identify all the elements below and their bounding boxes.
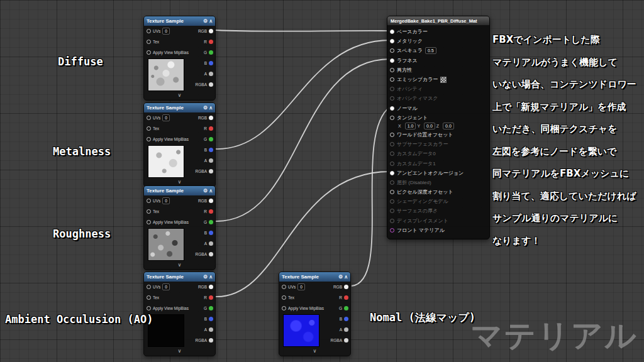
texture-preview[interactable] <box>148 145 184 178</box>
output-pin-icon[interactable] <box>209 199 213 203</box>
pin-icon[interactable] <box>390 58 394 63</box>
material-pin-world-position-offset[interactable]: ワールド位置オフセット <box>390 130 487 140</box>
output-pin-icon[interactable] <box>209 137 213 141</box>
output-b[interactable]: B <box>196 314 215 324</box>
material-pin-roughness[interactable]: ラフネス <box>390 56 487 65</box>
material-pin-refraction[interactable]: 屈折 (Disabled) <box>390 178 487 187</box>
output-pin-icon[interactable] <box>209 29 213 33</box>
output-r[interactable]: R <box>196 123 215 134</box>
output-pin-icon[interactable] <box>209 158 213 163</box>
output-pin-icon[interactable] <box>209 231 213 235</box>
texture-preview[interactable] <box>148 314 184 347</box>
output-pin-icon[interactable] <box>209 50 213 55</box>
pin-icon[interactable] <box>390 106 394 111</box>
output-pin-icon[interactable] <box>209 82 213 87</box>
input-pin-icon[interactable] <box>147 295 151 300</box>
material-pin-surface-thickness[interactable]: サーフェスの厚さ <box>390 206 487 216</box>
gear-icon[interactable]: ⚙ <box>203 188 208 194</box>
output-pin-icon[interactable] <box>344 317 348 321</box>
emissive-swatch-icon[interactable] <box>440 77 447 83</box>
pin-icon[interactable] <box>390 133 394 137</box>
output-b[interactable]: B <box>196 58 215 69</box>
output-a[interactable]: A <box>331 324 350 335</box>
pin-icon[interactable] <box>390 142 394 146</box>
output-pin-icon[interactable] <box>209 40 213 44</box>
collapse-icon[interactable]: ∧ <box>209 188 213 194</box>
output-pin-icon[interactable] <box>209 169 213 173</box>
output-rgba[interactable]: RGBA <box>196 249 215 260</box>
input-pin-icon[interactable] <box>147 306 151 310</box>
material-pin-specular[interactable]: スペキュラ0.5 <box>390 46 487 55</box>
node-header[interactable]: Texture Sample⚙∧ <box>144 16 215 26</box>
uv-index-value[interactable]: 0 <box>162 197 170 204</box>
output-g[interactable]: G <box>196 303 215 314</box>
input-pin-icon[interactable] <box>147 199 151 203</box>
output-a[interactable]: A <box>196 155 215 166</box>
input-pin-icon[interactable] <box>282 306 286 310</box>
output-b[interactable]: B <box>331 314 350 324</box>
material-pin-anisotropy[interactable]: 異方性 <box>390 65 487 75</box>
input-pin-icon[interactable] <box>147 116 151 120</box>
material-pin-metallic[interactable]: メタリック <box>390 36 487 46</box>
output-pin-icon[interactable] <box>209 295 213 300</box>
output-pin-icon[interactable] <box>209 327 213 332</box>
pin-icon[interactable] <box>390 68 394 72</box>
output-r[interactable]: R <box>196 36 215 47</box>
input-pin-icon[interactable] <box>147 137 151 141</box>
input-pin-icon[interactable] <box>147 50 151 55</box>
output-g[interactable]: G <box>331 303 350 314</box>
output-pin-icon[interactable] <box>344 285 348 289</box>
texture-sample-node-diffuse[interactable]: Texture Sample⚙∧UVs0TexApply View MipBia… <box>143 16 216 101</box>
tangent-y-value[interactable]: 0.0 <box>424 123 435 129</box>
pin-icon[interactable] <box>390 39 394 43</box>
uv-index-value[interactable]: 0 <box>162 283 170 290</box>
output-rgb[interactable]: RGB <box>196 282 215 292</box>
material-pin-shading-model[interactable]: シェーディングモデル <box>390 197 487 206</box>
material-pin-custom-data-0[interactable]: カスタムデータ0 <box>390 149 487 158</box>
input-pin-icon[interactable] <box>147 220 151 224</box>
collapse-icon[interactable]: ∧ <box>209 18 213 24</box>
uv-index-value[interactable]: 0 <box>297 283 305 290</box>
texture-sample-node-ao[interactable]: Texture Sample⚙∧UVs0TexApply View MipBia… <box>143 272 216 356</box>
pin-value[interactable]: 0.5 <box>425 47 436 54</box>
pin-icon[interactable] <box>390 77 394 82</box>
input-pin-icon[interactable] <box>282 295 286 300</box>
input-pin-icon[interactable] <box>147 40 151 44</box>
material-pin-opacity[interactable]: オパシティ <box>390 84 487 94</box>
output-b[interactable]: B <box>196 145 215 155</box>
output-a[interactable]: A <box>196 324 215 335</box>
texture-preview[interactable] <box>148 228 184 261</box>
pin-icon[interactable] <box>390 209 394 213</box>
material-pin-pixel-depth-offset[interactable]: ピクセル深度オフセット <box>390 187 487 197</box>
pin-icon[interactable] <box>390 116 394 120</box>
output-pin-icon[interactable] <box>209 116 213 120</box>
output-pin-icon[interactable] <box>209 61 213 65</box>
material-pin-ambient-occlusion[interactable]: アンビエントオクルージョン <box>390 168 487 178</box>
output-rgb[interactable]: RGB <box>331 282 350 292</box>
output-a[interactable]: A <box>196 238 215 249</box>
output-pin-icon[interactable] <box>209 148 213 152</box>
node-header[interactable]: Texture Sample⚙∧ <box>144 186 215 195</box>
pin-icon[interactable] <box>390 190 394 194</box>
uv-index-value[interactable]: 0 <box>162 28 170 35</box>
input-pin-icon[interactable] <box>282 285 286 289</box>
gear-icon[interactable]: ⚙ <box>338 274 343 280</box>
material-pin-tangent[interactable]: タンジェント <box>390 113 487 123</box>
output-g[interactable]: G <box>196 217 215 228</box>
pin-icon[interactable] <box>390 48 394 53</box>
expand-icon[interactable]: ∨ <box>144 261 215 270</box>
texture-sample-node-normal[interactable]: Texture Sample⚙∧UVs0TexApply View MipBia… <box>279 272 351 356</box>
output-pin-icon[interactable] <box>209 285 213 289</box>
output-pin-icon[interactable] <box>344 327 348 332</box>
output-pin-icon[interactable] <box>209 220 213 224</box>
texture-sample-node-metalness[interactable]: Texture Sample⚙∧UVs0TexApply View MipBia… <box>143 102 216 187</box>
tangent-x-value[interactable]: 1.0 <box>405 123 416 129</box>
collapse-icon[interactable]: ∧ <box>344 274 348 280</box>
output-pin-icon[interactable] <box>209 241 213 246</box>
output-r[interactable]: R <box>196 292 215 303</box>
output-pin-icon[interactable] <box>344 306 348 310</box>
pin-icon[interactable] <box>390 96 394 101</box>
output-pin-icon[interactable] <box>209 338 213 343</box>
output-rgb[interactable]: RGB <box>196 195 215 206</box>
pin-icon[interactable] <box>390 228 394 233</box>
